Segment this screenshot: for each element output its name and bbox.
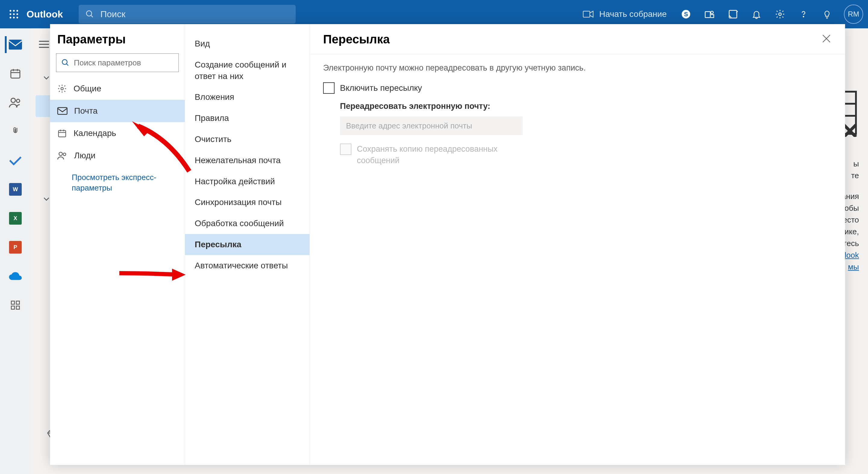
subnav-forwarding[interactable]: Пересылка: [185, 234, 310, 255]
rail-mail-icon[interactable]: [5, 36, 26, 53]
category-mail[interactable]: Почта: [50, 100, 185, 122]
enable-forwarding-checkbox[interactable]: [323, 82, 335, 94]
svg-rect-40: [58, 108, 67, 115]
people-icon: [57, 151, 67, 160]
gear-icon: [57, 84, 67, 93]
svg-point-8: [17, 17, 19, 19]
subnav-layout[interactable]: Вид: [185, 33, 310, 54]
app-launcher-icon[interactable]: [5, 5, 23, 23]
rail-excel-icon[interactable]: X: [5, 210, 26, 227]
svg-point-25: [17, 99, 20, 102]
svg-point-17: [779, 13, 781, 16]
svg-point-9: [87, 11, 92, 16]
svg-text:S: S: [684, 11, 688, 18]
notifications-icon[interactable]: [747, 5, 766, 23]
rail-more-apps-icon[interactable]: [5, 297, 26, 314]
svg-rect-19: [9, 40, 22, 50]
pane-title: Пересылка: [323, 33, 832, 46]
rail-word-icon[interactable]: W: [5, 181, 26, 198]
category-general[interactable]: Общие: [50, 78, 185, 100]
svg-point-2: [17, 10, 19, 12]
subnav-sweep[interactable]: Очистить: [185, 129, 310, 150]
category-people[interactable]: Люди: [50, 144, 185, 167]
search-icon: [85, 10, 94, 19]
settings-categories: Параметры Поиск параметров Общие Почта К…: [50, 24, 185, 465]
header-right: Начать собрание S RM: [578, 4, 863, 24]
mail-icon: [57, 107, 67, 115]
svg-point-24: [11, 98, 16, 102]
svg-point-7: [13, 17, 15, 19]
start-meeting-button[interactable]: Начать собрание: [578, 7, 672, 22]
keep-copy-checkbox: [340, 144, 351, 155]
svg-line-10: [91, 16, 93, 17]
svg-rect-11: [583, 11, 590, 17]
rail-people-icon[interactable]: [5, 94, 26, 111]
search-box[interactable]: Поиск: [79, 5, 296, 24]
pane-description: Электронную почту можно переадресовать в…: [323, 63, 832, 73]
notes-icon[interactable]: [724, 5, 742, 23]
subnav-attachments[interactable]: Вложения: [185, 87, 310, 108]
rail-onedrive-icon[interactable]: [5, 268, 26, 285]
settings-search-input[interactable]: Поиск параметров: [56, 53, 179, 72]
svg-rect-28: [11, 306, 15, 309]
svg-line-38: [67, 64, 68, 66]
video-icon: [583, 10, 594, 19]
enable-forwarding-label: Включить пересылку: [340, 83, 422, 93]
calendar-icon: [57, 128, 67, 138]
app-rail: W X P: [0, 28, 31, 474]
svg-point-37: [62, 60, 67, 64]
brand-label[interactable]: Outlook: [27, 9, 63, 20]
subnav-customize[interactable]: Настройка действий: [185, 171, 310, 192]
quick-settings-link[interactable]: Просмотреть экспресс-параметры: [50, 167, 185, 193]
rail-files-icon[interactable]: [5, 123, 26, 140]
svg-point-1: [13, 10, 15, 12]
settings-icon[interactable]: [771, 5, 789, 23]
svg-point-3: [10, 13, 11, 15]
enable-forwarding-row: Включить пересылку: [323, 82, 832, 94]
close-icon[interactable]: [821, 33, 834, 47]
account-avatar[interactable]: RM: [844, 4, 863, 24]
settings-detail-pane: Пересылка Электронную почту можно переад…: [310, 24, 845, 465]
svg-rect-27: [16, 301, 20, 304]
subnav-handling[interactable]: Обработка сообщений: [185, 213, 310, 234]
category-calendar[interactable]: Календарь: [50, 122, 185, 144]
forward-to-label: Переадресовать электронную почту:: [340, 101, 832, 111]
rail-calendar-icon[interactable]: [5, 65, 26, 82]
svg-rect-14: [705, 12, 710, 18]
svg-rect-41: [59, 130, 66, 137]
svg-point-45: [59, 152, 62, 156]
svg-rect-20: [11, 70, 20, 78]
rail-todo-icon[interactable]: [5, 152, 26, 169]
keep-copy-row: Сохранять копию переадресованных сообщен…: [340, 144, 832, 167]
svg-point-5: [17, 13, 19, 15]
settings-title: Параметры: [50, 33, 185, 53]
subnav-rules[interactable]: Правила: [185, 108, 310, 129]
svg-rect-29: [16, 306, 20, 309]
promo-link-plans[interactable]: мы: [848, 262, 859, 271]
search-placeholder: Поиск: [100, 9, 125, 19]
help-icon[interactable]: [795, 5, 812, 23]
nav-collapse-icon[interactable]: [38, 40, 50, 50]
settings-dialog: Параметры Поиск параметров Общие Почта К…: [50, 24, 845, 465]
svg-point-15: [711, 11, 713, 14]
svg-point-6: [10, 17, 11, 19]
rail-powerpoint-icon[interactable]: P: [5, 239, 26, 256]
svg-rect-26: [11, 301, 15, 304]
forward-email-input[interactable]: Введите адрес электронной почты: [340, 116, 523, 135]
skype-icon[interactable]: S: [677, 5, 695, 23]
tips-icon[interactable]: [818, 5, 836, 23]
svg-point-4: [13, 13, 15, 15]
svg-point-18: [803, 16, 804, 17]
svg-point-46: [63, 153, 66, 156]
keep-copy-label: Сохранять копию переадресованных сообщен…: [357, 144, 514, 167]
search-icon: [61, 59, 70, 67]
subnav-autoreply[interactable]: Автоматические ответы: [185, 255, 310, 276]
svg-point-0: [10, 10, 11, 12]
settings-subnav: Вид Создание сообщений и ответ на них Вл…: [185, 24, 310, 465]
teams-icon[interactable]: [701, 5, 718, 23]
subnav-compose[interactable]: Создание сообщений и ответ на них: [185, 54, 310, 87]
subnav-sync[interactable]: Синхронизация почты: [185, 192, 310, 213]
subnav-junk[interactable]: Нежелательная почта: [185, 150, 310, 171]
svg-point-39: [61, 87, 63, 90]
